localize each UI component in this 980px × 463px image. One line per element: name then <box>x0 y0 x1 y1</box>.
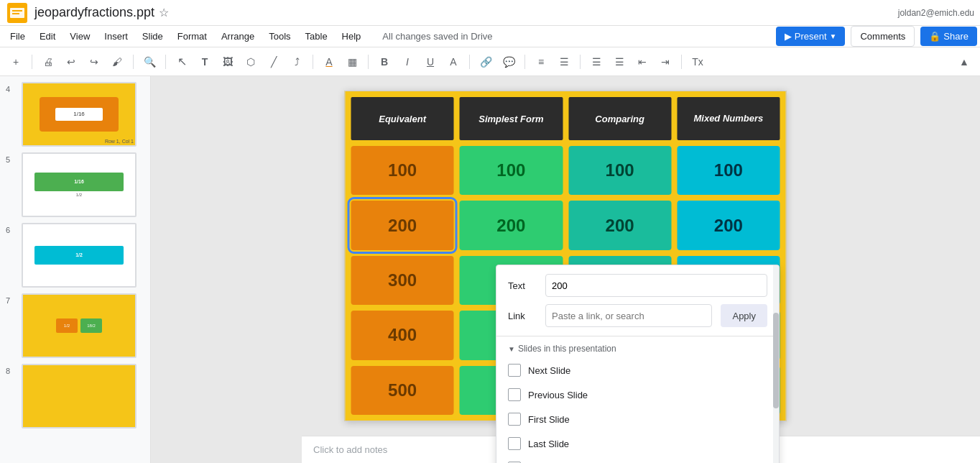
slides-section-header[interactable]: ▼ Slides in this presentation <box>496 339 779 358</box>
next-slide-item[interactable]: Next Slide <box>496 358 779 382</box>
sep-9 <box>681 55 682 69</box>
popup-scrollbar[interactable] <box>773 265 779 463</box>
comment-button[interactable]: 💬 <box>499 52 519 72</box>
link-button[interactable]: ⤴ <box>287 52 307 72</box>
text-button[interactable]: T <box>195 52 215 72</box>
clear-format-button[interactable]: Tx <box>688 52 708 72</box>
slide-thumb-6[interactable]: 6 1/2 <box>6 223 144 288</box>
cell-100-equiv[interactable]: 100 <box>351 146 454 195</box>
print-button[interactable]: 🖨 <box>38 52 58 72</box>
lock-icon: 🔒 <box>929 31 940 42</box>
popup-scroll-thumb[interactable] <box>773 313 779 408</box>
header-mixed: Mixed Numbers <box>677 97 780 140</box>
comments-button[interactable]: Comments <box>851 26 915 47</box>
menu-slide[interactable]: Slide <box>135 28 170 45</box>
menu-format[interactable]: Format <box>170 28 214 45</box>
menu-tools[interactable]: Tools <box>262 28 297 45</box>
text-input[interactable] <box>545 274 767 297</box>
header-buttons: ▶ Present ▼ Comments 🔒 Share <box>776 26 977 47</box>
sep-5 <box>368 55 369 69</box>
image-button[interactable]: 🖼 <box>218 52 238 72</box>
italic-button[interactable]: I <box>397 52 417 72</box>
first-slide-item[interactable]: First Slide <box>496 407 779 431</box>
slide-num-7: 7 <box>6 296 16 305</box>
header-comparing: Comparing <box>568 97 671 140</box>
text-label: Text <box>508 280 537 291</box>
save-status: All changes saved in Drive <box>382 31 492 42</box>
star-icon[interactable]: ☆ <box>159 6 169 19</box>
zoom-button[interactable]: 🔍 <box>139 52 160 72</box>
cell-100-mixed[interactable]: 100 <box>677 146 780 195</box>
spacing-button[interactable]: ☰ <box>554 52 574 72</box>
cell-200-equiv[interactable]: 200 <box>351 201 454 249</box>
main-area: 4 1/16 Row 1, Col 1 5 1/16 1/2 <box>0 76 980 463</box>
sep-3 <box>165 55 166 69</box>
cell-100-simplest[interactable]: 100 <box>460 146 563 195</box>
menu-help[interactable]: Help <box>335 28 369 45</box>
slide-1-item[interactable]: Slide 1 | <box>496 456 779 463</box>
line-button[interactable]: ╱ <box>264 52 284 72</box>
undo-button[interactable]: ↩ <box>61 52 81 72</box>
dropdown-arrow-icon: ▼ <box>508 345 515 353</box>
slide-thumb-7[interactable]: 7 1/2 18/2 <box>6 293 144 358</box>
slide-thumb-8[interactable]: 8 <box>6 364 144 428</box>
sep-4 <box>313 55 313 69</box>
present-dropdown-icon[interactable]: ▼ <box>830 32 837 40</box>
link-form: Text Link Apply <box>496 265 779 336</box>
thumb-img-7: 1/2 18/2 <box>22 293 137 358</box>
sep-8 <box>580 55 581 69</box>
redo-button[interactable]: ↪ <box>84 52 104 72</box>
header-equivalent: Equivalent <box>351 97 454 140</box>
slide-thumb-5[interactable]: 5 1/16 1/2 <box>6 152 144 217</box>
link-row: Link Apply <box>508 304 767 327</box>
previous-slide-item[interactable]: Previous Slide <box>496 382 779 407</box>
cell-200-simplest[interactable]: 200 <box>460 201 563 249</box>
menu-insert[interactable]: Insert <box>97 28 135 45</box>
cell-200-mixed[interactable]: 200 <box>677 201 780 249</box>
bullet-button[interactable]: ☰ <box>586 52 606 72</box>
paint-format-button[interactable]: 🖌 <box>107 52 127 72</box>
text-color-button[interactable]: A <box>443 52 463 72</box>
cell-500-equiv[interactable]: 500 <box>351 366 454 415</box>
link-search-input[interactable] <box>545 304 712 327</box>
indent-more-button[interactable]: ⇥ <box>655 52 675 72</box>
cell-200-comparing[interactable]: 200 <box>568 201 671 249</box>
cell-100-comparing[interactable]: 100 <box>568 146 671 195</box>
menu-arrange[interactable]: Arrange <box>214 28 262 45</box>
add-button[interactable]: + <box>6 52 26 72</box>
user-email: joldan2@emich.edu <box>898 8 974 18</box>
cell-400-equiv[interactable]: 400 <box>351 311 454 359</box>
slide-panel: 4 1/16 Row 1, Col 1 5 1/16 1/2 <box>0 76 151 463</box>
cell-300-equiv[interactable]: 300 <box>351 256 454 305</box>
shape-button[interactable]: ⬡ <box>241 52 261 72</box>
sep-7 <box>524 55 525 69</box>
collapse-toolbar-button[interactable]: ▲ <box>954 52 974 72</box>
collapse-btn-area: ▲ <box>954 52 974 72</box>
header-simplest: Simplest Form <box>460 97 563 140</box>
slide-num-4: 4 <box>6 85 16 93</box>
present-button[interactable]: ▶ Present ▼ <box>776 27 846 46</box>
bg-color-button[interactable]: A <box>319 52 339 72</box>
menu-edit[interactable]: Edit <box>32 28 63 45</box>
slide-thumb-4[interactable]: 4 1/16 Row 1, Col 1 <box>6 82 144 147</box>
menu-file[interactable]: File <box>3 28 32 45</box>
first-slide-icon <box>508 413 521 426</box>
indent-less-button[interactable]: ⇤ <box>632 52 652 72</box>
notes-placeholder: Click to add notes <box>313 444 387 455</box>
align-button[interactable]: ≡ <box>531 52 551 72</box>
slide-editor: Equivalent Simplest Form Comparing Mixed… <box>151 76 980 463</box>
last-slide-item[interactable]: Last Slide <box>496 431 779 456</box>
fill-button[interactable]: ▦ <box>342 52 362 72</box>
menu-table[interactable]: Table <box>298 28 335 45</box>
apply-button[interactable]: Apply <box>721 304 767 327</box>
menu-view[interactable]: View <box>63 28 97 45</box>
file-title[interactable]: jeopardyfractions.ppt <box>34 5 154 20</box>
sep-6 <box>469 55 470 69</box>
underline-button[interactable]: U <box>420 52 440 72</box>
cursor-button[interactable]: ↖ <box>172 52 192 72</box>
bold-button[interactable]: B <box>374 52 394 72</box>
share-button[interactable]: 🔒 Share <box>920 27 977 46</box>
link2-button[interactable]: 🔗 <box>476 52 496 72</box>
numbered-button[interactable]: ☰ <box>609 52 629 72</box>
sep-1 <box>32 55 32 69</box>
